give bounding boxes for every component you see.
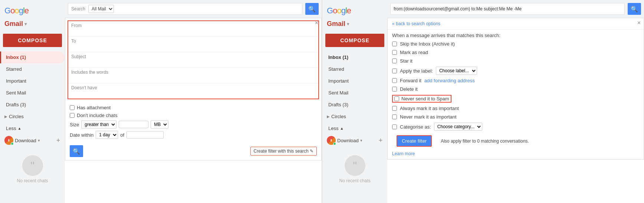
less-arrow-icon: ▲ (17, 124, 21, 133)
dont-include-chats-checkbox[interactable] (70, 113, 75, 118)
right-sidebar-item-circles[interactable]: ▶ Circles (322, 111, 387, 123)
create-filter-button[interactable]: Create filter (397, 135, 432, 147)
left-panel: Google Gmail ▾ COMPOSE Inbox (1) Starred… (0, 0, 322, 203)
learn-more-link[interactable]: Learn more (388, 150, 644, 159)
add-forwarding-link[interactable]: add forwarding address (424, 78, 475, 83)
circles-triangle-icon: ▶ (4, 112, 7, 121)
right-circles-triangle-icon: ▶ (327, 112, 330, 121)
doesnt-have-input[interactable] (71, 91, 315, 97)
search-action-icon: 🔍 (73, 148, 80, 155)
from-input[interactable] (71, 29, 315, 34)
compose-button[interactable]: COMPOSE (3, 34, 62, 47)
has-attachment-label: Has attachment (77, 105, 111, 110)
right-sidebar-item-drafts[interactable]: Drafts (3) (322, 99, 387, 111)
right-sidebar-item-starred[interactable]: Starred (322, 63, 387, 75)
forward-it-checkbox[interactable] (392, 78, 397, 83)
right-no-recent-label: No recent chats (339, 178, 370, 183)
categorise-checkbox[interactable] (392, 124, 397, 129)
date-row: Date within 1 day of (70, 130, 317, 140)
always-important-row: Always mark it as important (388, 104, 644, 113)
right-gmail-caret-icon: ▾ (347, 21, 349, 27)
add-chat-button[interactable]: + (55, 137, 62, 144)
right-online-dot-icon (333, 142, 336, 145)
right-search-icon: 🔍 (631, 6, 638, 13)
never-spam-checkbox[interactable] (394, 96, 399, 101)
delete-it-row: Delete it (388, 85, 644, 93)
search-icon: 🔍 (308, 6, 316, 13)
right-search-button[interactable]: 🔍 (628, 3, 641, 15)
subject-input[interactable] (71, 60, 315, 66)
has-attachment-row: Has attachment (70, 104, 317, 112)
size-comparison-dropdown[interactable]: greater than (81, 120, 116, 129)
has-attachment-checkbox[interactable] (70, 105, 75, 110)
right-sidebar-item-important[interactable]: Important (322, 75, 387, 87)
query-input[interactable] (390, 3, 625, 15)
right-add-chat-button[interactable]: + (377, 137, 384, 144)
filter-close-icon[interactable]: × (637, 20, 641, 26)
filter-options-panel: × « back to search options When a messag… (387, 18, 644, 160)
right-compose-button[interactable]: COMPOSE (325, 34, 384, 47)
search-fields-box: From To Subject Includes the words Doesn… (68, 20, 319, 99)
date-of-input[interactable] (126, 131, 164, 139)
gmail-label: Gmail ▾ (0, 20, 65, 32)
right-sidebar-item-sent-mail[interactable]: Sent Mail (322, 87, 387, 99)
mark-read-checkbox[interactable] (392, 50, 397, 55)
includes-words-row: Includes the words (68, 68, 318, 83)
sidebar-item-starred[interactable]: Starred (0, 63, 65, 75)
close-icon[interactable]: × (315, 20, 318, 26)
subject-field-row: Subject (68, 52, 318, 68)
google-logo: Google (0, 3, 65, 19)
forward-it-label: Forward it (400, 78, 421, 83)
size-unit-dropdown[interactable]: MB (151, 120, 168, 129)
date-within-dropdown[interactable]: 1 day (96, 131, 118, 139)
sidebar-item-drafts[interactable]: Drafts (3) (0, 99, 65, 111)
apply-label-checkbox[interactable] (392, 69, 397, 73)
choose-category-dropdown[interactable]: Choose category... (434, 123, 482, 131)
sidebar-item-download[interactable]: ⬇ Download ▾ + (0, 134, 65, 146)
right-sidebar-item-inbox[interactable]: Inbox (1) (322, 51, 387, 63)
to-input[interactable] (71, 44, 315, 50)
download-avatar: ⬇ (4, 136, 13, 145)
left-main-content: Search All Mail 🔍 × From To (65, 0, 322, 203)
mark-read-label: Mark as read (400, 50, 428, 55)
never-important-checkbox[interactable] (392, 114, 397, 119)
search-action-button[interactable]: 🔍 (70, 145, 83, 157)
size-value-input[interactable] (119, 121, 148, 128)
right-sidebar: Google Gmail ▾ COMPOSE Inbox (1) Starred… (322, 0, 387, 203)
chat-avatar-placeholder: " (22, 155, 43, 176)
doesnt-have-label: Doesn't have (71, 85, 315, 90)
includes-words-input[interactable] (71, 76, 315, 81)
sidebar-item-sent-mail[interactable]: Sent Mail (0, 87, 65, 99)
right-gmail-label: Gmail ▾ (322, 20, 387, 32)
size-label: Size (70, 122, 79, 127)
date-of-label: of (120, 132, 124, 138)
create-filter-row: Create filter Also apply filter to 0 mat… (388, 132, 644, 150)
search-bar-area: Search All Mail 🔍 (65, 0, 322, 18)
sidebar-item-inbox[interactable]: Inbox (1) (0, 51, 65, 63)
search-scope-dropdown[interactable]: All Mail (88, 5, 114, 13)
never-important-label: Never mark it as important (400, 114, 456, 120)
categorise-row: Categorise as: Choose category... (388, 121, 644, 132)
create-filter-link[interactable]: Create filter with this search ✎ (250, 147, 317, 156)
never-spam-highlight: Never send it to Spam (392, 95, 451, 103)
search-button[interactable]: 🔍 (305, 3, 319, 15)
sidebar-item-circles[interactable]: ▶ Circles (0, 111, 65, 123)
right-panel: Google Gmail ▾ COMPOSE Inbox (1) Starred… (322, 0, 644, 203)
skip-inbox-checkbox[interactable] (392, 41, 397, 46)
skip-inbox-label: Skip the Inbox (Archive it) (400, 41, 455, 47)
download-caret-icon: ▾ (38, 138, 40, 143)
filter-title: When a message arrives that matches this… (388, 30, 644, 40)
choose-label-dropdown[interactable]: Choose label... (436, 67, 477, 75)
right-chat-avatar-area: " No recent chats (322, 146, 387, 185)
right-sidebar-item-download[interactable]: ⬇ Download ▾ + (322, 134, 387, 146)
no-recent-label: No recent chats (17, 178, 48, 183)
right-sidebar-item-less[interactable]: Less ▲ (322, 123, 387, 134)
sidebar-item-important[interactable]: Important (0, 75, 65, 87)
back-to-search-link[interactable]: « back to search options (388, 18, 644, 30)
search-label: Search (71, 6, 85, 11)
always-important-checkbox[interactable] (392, 106, 397, 111)
delete-it-checkbox[interactable] (392, 87, 397, 91)
star-it-checkbox[interactable] (392, 59, 397, 63)
sidebar-item-less[interactable]: Less ▲ (0, 123, 65, 134)
star-it-row: Star it (388, 57, 644, 65)
